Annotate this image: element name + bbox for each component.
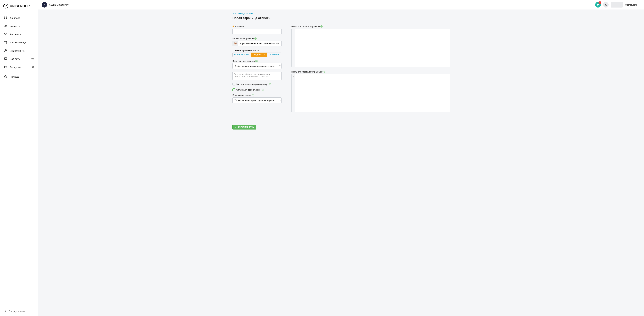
chevron-left-icon	[4, 310, 6, 313]
svg-point-11	[4, 41, 5, 42]
field-reason-mode: Указание причины отписки НЕ ПРЕДЛАГАТЬ П…	[232, 49, 282, 57]
footer-bar: ✓ ОПУБЛИКОВАТЬ	[232, 121, 450, 130]
logo-text: UNISENDER	[10, 4, 30, 8]
sidebar-item-label: Дашборд	[10, 16, 34, 19]
chat-button[interactable]: 1	[595, 2, 601, 8]
sidebar-item-help[interactable]: Помощь	[0, 72, 38, 81]
sidebar-item-label: Автоматизация	[10, 41, 34, 44]
svg-point-3	[5, 6, 6, 7]
sidebar-item-label: Инструменты	[10, 49, 34, 52]
help-icon[interactable]: ?	[252, 94, 254, 96]
logo[interactable]: UNISENDER	[0, 2, 38, 12]
beta-badge: beta	[31, 58, 34, 60]
show-lists-select[interactable]: Только те, на которые подписан адресат	[232, 98, 282, 103]
sidebar-item-campaigns[interactable]: Рассылки	[0, 30, 38, 38]
nav-divider	[4, 72, 34, 72]
sidebar-item-label: Лендинги	[10, 66, 30, 68]
reason-input-label: Ввод причины отписки	[232, 60, 255, 62]
footer-html-editor[interactable]: 1	[291, 74, 450, 112]
sidebar: UNISENDER Дашборд Контакты Рассылки Авто…	[0, 0, 38, 316]
sidebar-item-label: Контакты	[10, 25, 34, 28]
sidebar-item-label: Рассылки	[10, 33, 34, 36]
sidebar-item-contacts[interactable]: Контакты	[0, 22, 38, 30]
required-asterisk: ✱	[232, 25, 234, 28]
field-name: ✱Название	[232, 25, 282, 34]
favicon-url-input[interactable]	[238, 40, 282, 46]
help-icon[interactable]: ?	[268, 83, 271, 85]
field-show-lists: Показывать списки? Только те, на которые…	[232, 94, 282, 103]
logo-dog-icon	[3, 3, 8, 9]
footer-html-label: HTML для "подвала" страницы	[291, 70, 322, 73]
reason-input-select[interactable]: Выбор варианта из перечисленных ниже	[232, 63, 282, 69]
svg-point-2	[6, 6, 7, 6]
svg-rect-5	[6, 16, 7, 18]
favicon-label: Иконка для страницы	[232, 37, 254, 40]
unsubscribe-all-row: ✓ Отписка от всех списков ?	[232, 88, 282, 91]
gutter: 1	[292, 29, 295, 67]
sidebar-item-tools[interactable]: Инструменты	[0, 46, 38, 55]
name-label: Название	[235, 25, 244, 28]
breadcrumb: ← Страницы отписки	[232, 11, 450, 16]
external-link-icon	[32, 66, 34, 68]
help-icon[interactable]: ?	[322, 71, 325, 73]
svg-rect-6	[4, 18, 5, 19]
field-header-html: HTML для "шапки" страницы? 1	[291, 25, 450, 67]
help-icon[interactable]: ?	[262, 88, 264, 91]
reason-mode-label: Указание причины отписки	[232, 49, 259, 52]
sidebar-item-landings[interactable]: Лендинги	[0, 63, 38, 71]
publish-button[interactable]: ✓ ОПУБЛИКОВАТЬ	[232, 124, 256, 130]
deny-resubscribe-label: Запретить повторную подписку	[236, 83, 267, 86]
field-favicon: Иконка для страницы? 🐶	[232, 37, 282, 46]
field-reason-input: Ввод причины отписки? Выбор варианта из …	[232, 60, 282, 69]
help-icon[interactable]: ?	[254, 37, 257, 40]
svg-point-1	[4, 6, 5, 6]
svg-rect-18	[4, 66, 7, 66]
mail-icon	[4, 32, 7, 36]
collapse-menu[interactable]: Свернуть меню	[0, 306, 38, 316]
avatar[interactable]: A	[603, 2, 608, 8]
sidebar-item-dashboard[interactable]: Дашборд	[0, 14, 38, 22]
tools-icon	[4, 49, 7, 52]
help-icon[interactable]: ?	[255, 60, 258, 62]
notification-badge: 1	[598, 1, 602, 4]
plus-icon: +	[42, 2, 47, 8]
account-chevron-down-icon[interactable]: ⌄	[639, 4, 641, 6]
svg-point-13	[6, 43, 7, 44]
breadcrumb-link[interactable]: ← Страницы отписки	[232, 12, 253, 14]
content: ← Страницы отписки Новая страница отписк…	[226, 10, 456, 134]
name-input[interactable]	[232, 29, 282, 34]
reason-mode-require[interactable]: ТРЕБОВАТЬ	[267, 52, 282, 57]
svg-point-14	[6, 50, 7, 50]
svg-point-12	[6, 41, 7, 42]
sidebar-item-automation[interactable]: Автоматизация	[0, 38, 38, 46]
sidebar-item-label: Чат-боты	[10, 58, 28, 60]
deny-resubscribe-row: Запретить повторную подписку ?	[232, 83, 282, 86]
email-redacted	[611, 2, 623, 8]
sidebar-item-label: Помощь	[10, 75, 34, 78]
field-footer-html: HTML для "подвала" страницы? 1	[291, 70, 450, 112]
svg-rect-16	[4, 58, 7, 60]
svg-rect-21	[597, 4, 599, 6]
create-campaign-button[interactable]: + Создать рассылку ⌄	[42, 2, 72, 8]
reasons-textarea[interactable]	[232, 72, 282, 80]
create-label: Создать рассылку	[49, 4, 68, 6]
reason-mode-no[interactable]: НЕ ПРЕДЛАГАТЬ	[232, 52, 251, 57]
header-html-editor[interactable]: 1	[291, 29, 450, 67]
unsubscribe-all-label: Отписка от всех списков	[236, 88, 260, 91]
svg-rect-7	[6, 18, 7, 19]
show-lists-label: Показывать списки	[232, 94, 251, 96]
deny-resubscribe-checkbox[interactable]	[232, 83, 235, 86]
landing-icon	[4, 65, 7, 68]
unsubscribe-all-checkbox[interactable]: ✓	[232, 88, 235, 91]
main-nav: Дашборд Контакты Рассылки Автоматизация …	[0, 12, 38, 82]
gutter: 1	[292, 74, 295, 112]
chatbot-icon	[4, 57, 7, 60]
reason-mode-offer[interactable]: ПРЕДЛАГАТЬ	[251, 52, 267, 57]
check-icon: ✓	[235, 126, 236, 128]
sidebar-item-chatbots[interactable]: Чат-боты beta	[0, 55, 38, 63]
topbar: + Создать рассылку ⌄ 1 A @gmail.com ⌄	[38, 0, 644, 10]
header-html-label: HTML для "шапки" страницы	[291, 25, 320, 28]
help-icon[interactable]: ?	[320, 26, 323, 28]
publish-label: ОПУБЛИКОВАТЬ	[238, 126, 254, 128]
chevron-down-icon: ⌄	[70, 4, 72, 6]
